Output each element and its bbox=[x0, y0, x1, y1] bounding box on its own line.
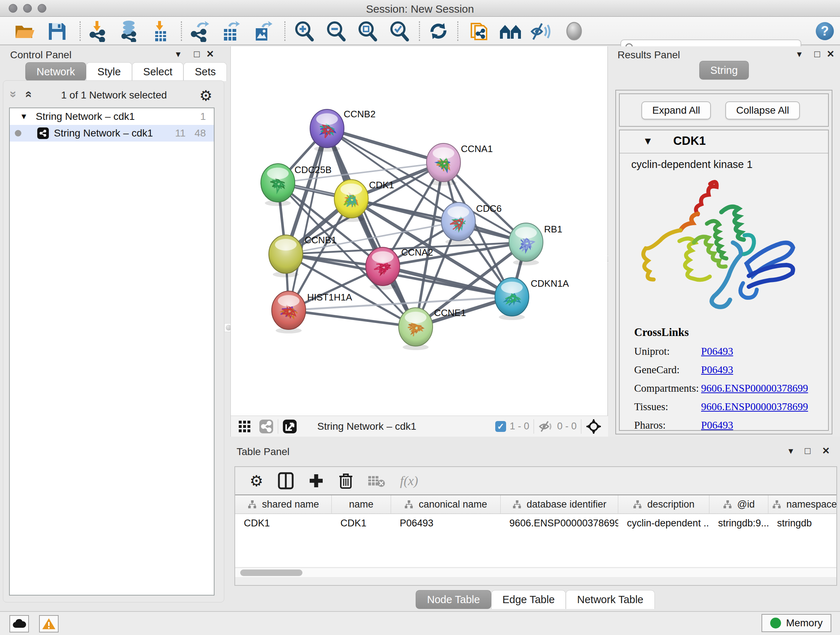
section-expand-icon[interactable]: ▼ bbox=[643, 135, 653, 147]
show-graphics-details-button[interactable] bbox=[561, 20, 587, 42]
gene-section-header[interactable]: ▼ CDK1 bbox=[620, 130, 828, 154]
node-RB1[interactable] bbox=[509, 223, 543, 265]
memory-button[interactable]: Memory bbox=[761, 614, 831, 632]
tab-network-table[interactable]: Network Table bbox=[566, 590, 654, 609]
birdseye-grid-icon[interactable] bbox=[238, 420, 251, 433]
tab-network[interactable]: Network bbox=[25, 62, 86, 81]
cell-@id[interactable]: stringdb:9... bbox=[709, 514, 768, 532]
table-row[interactable]: CDK1CDK1P064939606.ENSP00000378699cyclin… bbox=[235, 514, 836, 532]
string-share-icon[interactable] bbox=[259, 419, 273, 434]
scrollbar-thumb[interactable] bbox=[240, 570, 302, 576]
fit-content-crosshair-icon[interactable] bbox=[586, 418, 602, 434]
export-table-button[interactable] bbox=[218, 20, 244, 42]
collection-count: 1 bbox=[200, 111, 206, 122]
table-options-gear-icon[interactable]: ⚙ bbox=[249, 472, 264, 490]
crosslink-link[interactable]: 9606.ENSP00000378699 bbox=[701, 401, 808, 413]
warnings-button[interactable] bbox=[39, 615, 58, 632]
column-header-namespace[interactable]: namespace bbox=[768, 495, 836, 513]
close-panel-icon[interactable]: ✕ bbox=[827, 49, 835, 60]
collapse-panel-icon[interactable]: ▾ bbox=[797, 49, 802, 60]
clone-network-button[interactable] bbox=[467, 20, 493, 42]
tab-node-table[interactable]: Node Table bbox=[416, 590, 491, 609]
float-panel-icon[interactable]: □ bbox=[814, 49, 820, 60]
toolbar-separator bbox=[419, 21, 420, 41]
network-collection-row[interactable]: ▼ String Network – cdk1 1 bbox=[10, 108, 214, 125]
crosslink-link[interactable]: 9606.ENSP00000378699 bbox=[701, 382, 808, 394]
attribute-type-icon bbox=[772, 500, 782, 509]
zoom-fit-button[interactable] bbox=[354, 20, 380, 42]
network-collection-list: ▼ String Network – cdk1 1 Str bbox=[9, 108, 215, 595]
tab-sets[interactable]: Sets bbox=[183, 62, 227, 81]
close-panel-icon[interactable]: ✕ bbox=[822, 445, 830, 456]
refresh-view-button[interactable] bbox=[425, 20, 452, 42]
column-header-description[interactable]: description bbox=[618, 495, 709, 513]
export-image-button[interactable] bbox=[249, 20, 276, 42]
cloud-status-button[interactable] bbox=[9, 615, 29, 632]
crosslink-row: Uniprot:P06493 bbox=[634, 345, 822, 357]
string-home-button[interactable] bbox=[497, 20, 523, 42]
edge-CCNB2-CCNA1[interactable] bbox=[327, 128, 444, 163]
import-network-database-button[interactable] bbox=[116, 20, 142, 42]
collapse-panel-icon[interactable]: ▾ bbox=[788, 445, 793, 456]
node-CCNE1[interactable] bbox=[399, 308, 433, 350]
node-CDKN1A[interactable] bbox=[495, 278, 529, 320]
expand-all-button[interactable]: Expand All bbox=[641, 101, 711, 119]
collapse-panel-icon[interactable]: ▾ bbox=[176, 49, 180, 60]
tab-style[interactable]: Style bbox=[86, 62, 132, 81]
help-button[interactable]: ? bbox=[812, 20, 838, 42]
tab-edge-table[interactable]: Edge Table bbox=[491, 590, 566, 609]
network-view[interactable]: CCNB2CCNA1CDC25BCDK1CDC6RB1CCNB1CCNA2CDK… bbox=[231, 46, 608, 437]
crosslink-link[interactable]: P06493 bbox=[701, 345, 733, 357]
node-CCNA1[interactable] bbox=[426, 143, 461, 186]
show-columns-icon[interactable] bbox=[278, 472, 294, 489]
node-HIST1H1A[interactable] bbox=[272, 291, 306, 333]
crosslink-link[interactable]: P06493 bbox=[701, 364, 733, 376]
gene-name: CDK1 bbox=[673, 134, 706, 148]
column-header-@id[interactable]: @id bbox=[709, 495, 768, 513]
open-session-button[interactable] bbox=[11, 20, 38, 42]
table-horizontal-scrollbar[interactable] bbox=[235, 568, 836, 577]
node-CDC25B[interactable] bbox=[261, 164, 295, 206]
network-options-gear-icon[interactable]: ⚙ bbox=[199, 87, 212, 104]
function-builder-icon[interactable]: f(x) bbox=[400, 473, 418, 488]
hide-unhide-button[interactable] bbox=[527, 20, 554, 42]
edge-CCNB2-HIST1H1A[interactable] bbox=[289, 128, 327, 310]
column-header-shared-name[interactable]: shared name bbox=[235, 495, 332, 513]
column-header-name[interactable]: name bbox=[332, 495, 391, 513]
tab-string[interactable]: String bbox=[699, 61, 749, 80]
column-header-canonical-name[interactable]: canonical name bbox=[391, 495, 501, 513]
cell-description[interactable]: cyclin-dependent ... bbox=[618, 514, 709, 532]
hidden-eye-slash-icon[interactable] bbox=[538, 421, 554, 432]
tree-expand-icon[interactable]: ▼ bbox=[20, 112, 28, 121]
zoom-out-button[interactable] bbox=[323, 20, 349, 42]
node-CCNB2[interactable] bbox=[310, 109, 344, 152]
export-network-icon bbox=[189, 20, 210, 42]
cell-canonical-name[interactable]: P06493 bbox=[391, 514, 501, 532]
edge-HIST1H1A-CCNE1[interactable] bbox=[289, 310, 416, 327]
export-network-button[interactable] bbox=[187, 20, 213, 42]
open-in-window-icon[interactable] bbox=[283, 419, 297, 434]
selected-checkbox-icon[interactable]: ✓ bbox=[495, 421, 506, 432]
network-canvas[interactable]: CCNB2CCNA1CDC25BCDK1CDC6RB1CCNB1CCNA2CDK… bbox=[231, 46, 608, 416]
collapse-all-button[interactable]: Collapse All bbox=[725, 101, 800, 119]
delete-column-trash-icon[interactable] bbox=[339, 472, 353, 489]
cell-shared-name[interactable]: CDK1 bbox=[235, 514, 332, 532]
crosslink-link[interactable]: P06493 bbox=[701, 419, 733, 431]
delete-table-icon[interactable] bbox=[368, 474, 386, 488]
tab-select[interactable]: Select bbox=[132, 62, 184, 81]
node-table[interactable]: shared namenamecanonical namedatabase id… bbox=[235, 494, 836, 567]
save-session-button[interactable] bbox=[44, 20, 70, 42]
float-panel-icon[interactable]: □ bbox=[194, 49, 200, 60]
cell-name[interactable]: CDK1 bbox=[332, 514, 391, 532]
cell-namespace[interactable]: stringdb bbox=[768, 514, 836, 532]
zoom-in-button[interactable] bbox=[291, 20, 317, 42]
import-table-button[interactable] bbox=[148, 20, 174, 42]
float-panel-icon[interactable]: □ bbox=[805, 445, 810, 456]
column-header-database-identifier[interactable]: database identifier bbox=[501, 495, 618, 513]
cell-database-identifier[interactable]: 9606.ENSP00000378699 bbox=[501, 514, 618, 532]
zoom-selected-button[interactable] bbox=[386, 20, 412, 42]
network-row-selected[interactable]: String Network – cdk1 11 48 bbox=[10, 125, 214, 141]
create-column-plus-icon[interactable] bbox=[308, 473, 324, 489]
import-network-file-button[interactable] bbox=[85, 20, 111, 42]
close-panel-icon[interactable]: ✕ bbox=[206, 49, 214, 60]
